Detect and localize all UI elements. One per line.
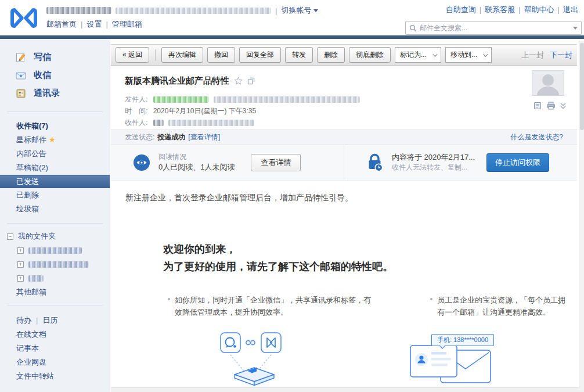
tree-expand-icon[interactable]: + bbox=[17, 247, 24, 254]
search-dropdown-arrow[interactable] bbox=[573, 27, 578, 30]
switch-account-label: 切换帐号 bbox=[281, 5, 311, 16]
compose-icon bbox=[15, 52, 27, 63]
reply-all-button[interactable]: 回复全部 bbox=[239, 47, 281, 63]
sidebar-folder-starred[interactable]: 星标邮件★ bbox=[0, 133, 110, 147]
welcome-line2: 为了更好的使用，请先了解下这个邮箱的特性吧。 bbox=[163, 258, 393, 275]
sender-avatar bbox=[532, 70, 564, 96]
tree-collapse-icon[interactable]: − bbox=[7, 233, 13, 240]
access-expiry-panel: 内容将于 2020年2月17... 收件人无法转发、复制... 停止访问权限 bbox=[344, 145, 577, 180]
sidebar-calendar[interactable]: 日历 bbox=[42, 316, 57, 325]
mark-as-dropdown[interactable]: 标记为... bbox=[395, 47, 441, 63]
sidebar-divider bbox=[7, 305, 103, 305]
link-self-service[interactable]: 自助查询 bbox=[446, 5, 476, 14]
sidebar-my-folders[interactable]: − 我的文件夹 bbox=[0, 229, 110, 243]
status-help-link[interactable]: 什么是发送状态? bbox=[510, 132, 563, 142]
collapse-header-icon[interactable] bbox=[560, 102, 567, 110]
exmail-logo[interactable] bbox=[8, 5, 39, 31]
chevron-down-icon bbox=[483, 52, 488, 56]
nav-settings[interactable]: 设置 bbox=[77, 20, 102, 28]
folder-name-redacted bbox=[28, 275, 44, 282]
open-in-new-window-icon[interactable] bbox=[247, 77, 255, 85]
expiry-line2: 收件人无法转发、复制... bbox=[392, 163, 475, 172]
sidebar-file-transfer[interactable]: 文件中转站 bbox=[0, 369, 110, 383]
status-detail-link[interactable]: [查看详情] bbox=[188, 132, 220, 142]
nav-admin[interactable]: 管理邮箱 bbox=[102, 20, 142, 28]
account-name-redacted bbox=[46, 7, 111, 14]
sidebar-folder-deleted[interactable]: 已删除 bbox=[0, 188, 110, 202]
account-area: | 切换帐号 邮箱首页设置管理邮箱 bbox=[46, 6, 318, 30]
inbox-icon bbox=[15, 70, 27, 81]
move-to-dropdown[interactable]: 移动到... bbox=[445, 47, 492, 63]
header: | 切换帐号 邮箱首页设置管理邮箱 自助查询联系客服帮助中心退出 bbox=[0, 0, 584, 35]
sidebar-compose[interactable]: 写信 bbox=[15, 48, 110, 66]
recall-button[interactable]: 撤回 bbox=[207, 47, 235, 63]
chevron-down-icon bbox=[432, 52, 437, 56]
sidebar-enterprise-disk[interactable]: 企业网盘 bbox=[0, 355, 110, 369]
next-mail-link[interactable]: 下一封 bbox=[550, 51, 572, 59]
star-icon: ★ bbox=[49, 135, 56, 144]
link-help-center[interactable]: 帮助中心 bbox=[515, 5, 554, 14]
back-button[interactable]: « 返回 bbox=[116, 47, 149, 63]
link-logout[interactable]: 退出 bbox=[554, 5, 578, 14]
recipient-name-redacted bbox=[153, 120, 164, 126]
sidebar-online-docs[interactable]: 在线文档 bbox=[0, 328, 110, 341]
mail-info-panels: 阅读情况 0人已阅读、1人未阅读 查看详情 内容将于 2020年2月17... … bbox=[111, 145, 577, 181]
previous-mail-link: 上一封 bbox=[521, 51, 544, 59]
bullet-dot bbox=[168, 298, 170, 300]
bottom-strip bbox=[111, 387, 584, 392]
view-source-icon[interactable] bbox=[533, 102, 542, 110]
print-icon[interactable] bbox=[546, 102, 556, 110]
move-to-label: 移动到... bbox=[450, 50, 477, 60]
delete-button[interactable]: 删除 bbox=[317, 47, 345, 63]
toolbar-separator bbox=[155, 49, 156, 61]
tree-expand-icon[interactable]: + bbox=[17, 275, 24, 282]
feature-mailbox-bullet: 员工是企业的宝贵资源，「每个员工拥有一个邮箱」让沟通更精准高效。 bbox=[430, 294, 569, 318]
header-nav: 邮箱首页设置管理邮箱 bbox=[46, 19, 318, 30]
sidebar-receive[interactable]: 收信 bbox=[15, 66, 110, 84]
edit-again-button[interactable]: 再次编辑 bbox=[161, 47, 203, 63]
switch-account-link[interactable]: 切换帐号 bbox=[281, 5, 318, 16]
star-outline-icon[interactable] bbox=[234, 77, 243, 85]
account-email-redacted bbox=[116, 8, 271, 14]
delete-forever-button[interactable]: 彻底删除 bbox=[349, 47, 391, 63]
separator: | bbox=[36, 316, 38, 325]
read-status-panel: 阅读情况 0人已阅读、1人未阅读 查看详情 bbox=[111, 145, 344, 180]
recipient-email-redacted bbox=[168, 120, 254, 126]
feature-mailbox-text: 员工是企业的宝贵资源，「每个员工拥有一个邮箱」让沟通更精准高效。 bbox=[437, 294, 569, 318]
sidebar-folder-spam[interactable]: 垃圾箱 bbox=[0, 202, 110, 216]
lock-clock-icon bbox=[366, 153, 384, 172]
from-label: 发件人: bbox=[125, 95, 147, 103]
mark-as-label: 标记为... bbox=[400, 50, 427, 60]
sidebar-todo[interactable]: 待办 bbox=[16, 316, 31, 325]
sidebar-folder-drafts[interactable]: 草稿箱(2) bbox=[0, 161, 110, 175]
sidebar-folder-inbox[interactable]: 收件箱(7) bbox=[0, 119, 110, 133]
sidebar-other-mailbox[interactable]: 其他邮箱 bbox=[0, 285, 110, 299]
tree-expand-icon[interactable]: + bbox=[17, 261, 24, 268]
sidebar-divider bbox=[7, 112, 103, 112]
sidebar-contacts-label: 通讯录 bbox=[34, 88, 60, 99]
sidebar-notebook[interactable]: 记事本 bbox=[0, 341, 110, 355]
feature-wecom-bullet: 如你所知，同时开通「企业微信」，共享通讯录和标签，有效降低管理成本，提升协同效率… bbox=[168, 294, 377, 318]
search-input[interactable] bbox=[420, 24, 573, 32]
sidebar-custom-folder[interactable]: + bbox=[0, 257, 110, 271]
time-label: 时 间: bbox=[125, 107, 147, 115]
scrollbar-thumb[interactable] bbox=[580, 43, 584, 130]
nav-mail-home[interactable]: 邮箱首页 bbox=[46, 20, 77, 28]
sidebar-folder-announcements[interactable]: 内部公告 bbox=[0, 147, 110, 161]
sidebar-compose-label: 写信 bbox=[34, 52, 51, 63]
sidebar-tools: 待办|日历 在线文档 记事本 企业网盘 文件中转站 bbox=[0, 309, 110, 388]
view-read-details-button[interactable]: 查看详情 bbox=[251, 154, 301, 171]
feature-wecom-text: 如你所知，同时开通「企业微信」，共享通讯录和标签，有效降低管理成本，提升协同效率… bbox=[175, 294, 377, 318]
delivery-status-bar: 发送状态: 投递成功 [查看详情] 什么是发送状态? bbox=[111, 130, 577, 145]
sidebar-contacts[interactable]: 通讯录 bbox=[15, 84, 110, 102]
stop-access-button[interactable]: 停止访问权限 bbox=[486, 153, 549, 172]
contacts-icon bbox=[15, 88, 27, 99]
forward-button[interactable]: 转发 bbox=[285, 47, 313, 63]
utility-links: 自助查询联系客服帮助中心退出 bbox=[446, 5, 578, 15]
sidebar-folder-sent[interactable]: 已发送 bbox=[0, 175, 110, 188]
sidebar-custom-folder[interactable]: + bbox=[0, 271, 110, 285]
link-contact-support[interactable]: 联系客服 bbox=[476, 5, 515, 14]
vertical-scrollbar[interactable] bbox=[579, 41, 584, 390]
sidebar-custom-folder[interactable]: + bbox=[0, 243, 110, 257]
to-row: 收件人: bbox=[125, 117, 584, 128]
